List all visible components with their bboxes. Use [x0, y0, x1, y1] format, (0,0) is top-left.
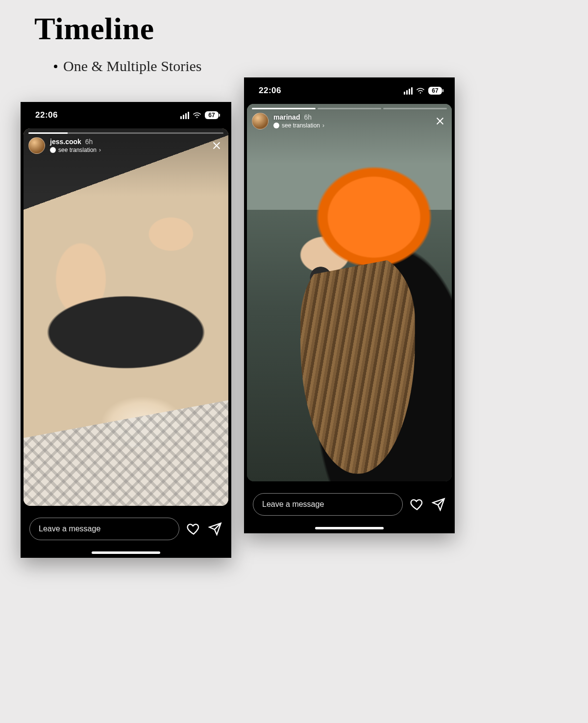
close-icon: [435, 116, 445, 126]
progress-bar: [28, 132, 223, 134]
close-button[interactable]: [433, 114, 447, 128]
status-bar: 22:06 67: [244, 77, 455, 104]
username[interactable]: jess.cook: [50, 138, 81, 146]
story-timestamp: 6h: [85, 138, 93, 146]
cellular-icon: [404, 87, 413, 95]
see-translation-button[interactable]: see translation ›: [273, 122, 324, 129]
status-bar: 22:06 67: [21, 102, 231, 128]
wifi-icon: [416, 87, 425, 94]
avatar[interactable]: [28, 137, 45, 154]
see-translation-button[interactable]: see translation ›: [50, 147, 101, 153]
story-viewport[interactable]: marinad 6h see translation ›: [247, 104, 452, 481]
status-icons: 67: [404, 87, 442, 95]
like-button[interactable]: [186, 522, 201, 536]
page-subtitle: One & Multiple Stories: [54, 58, 201, 75]
status-icons: 67: [180, 111, 219, 119]
battery-icon: 67: [428, 87, 442, 95]
translation-label: see translation: [282, 122, 320, 129]
story-viewport[interactable]: jess.cook 6h see translation ›: [24, 128, 228, 506]
share-button[interactable]: [208, 522, 222, 536]
page-title: Timeline: [34, 11, 154, 47]
share-button[interactable]: [431, 497, 446, 512]
status-time: 22:06: [35, 110, 58, 120]
battery-icon: 67: [205, 111, 219, 119]
wifi-icon: [193, 112, 201, 119]
chevron-right-icon: ›: [322, 122, 324, 129]
send-icon: [208, 522, 222, 536]
story-footer: [21, 509, 231, 558]
progress-fill: [28, 132, 68, 134]
chat-bubble-icon: [273, 123, 279, 128]
avatar[interactable]: [252, 113, 269, 129]
story-timestamp: 6h: [304, 113, 312, 121]
chevron-right-icon: ›: [99, 147, 101, 153]
home-indicator[interactable]: [92, 551, 160, 554]
svg-point-0: [196, 117, 197, 118]
close-button[interactable]: [210, 139, 223, 152]
like-button[interactable]: [410, 497, 424, 512]
cellular-icon: [180, 112, 189, 119]
phone-mockup-multiple-stories: 22:06 67 marinad 6h see translation: [244, 77, 455, 533]
story-footer: [244, 484, 455, 533]
translation-label: see translation: [58, 147, 97, 153]
message-input[interactable]: [29, 518, 179, 540]
send-icon: [432, 498, 445, 511]
message-input[interactable]: [253, 493, 403, 516]
svg-point-1: [420, 92, 421, 93]
username[interactable]: marinad: [273, 113, 300, 121]
heart-icon: [187, 522, 200, 536]
progress-bar: [252, 108, 447, 109]
story-image: [247, 104, 452, 481]
status-time: 22:06: [259, 86, 281, 96]
heart-icon: [410, 498, 424, 511]
story-image: [24, 128, 228, 506]
close-icon: [211, 140, 222, 151]
progress-fill: [252, 108, 316, 109]
chat-bubble-icon: [50, 147, 56, 153]
home-indicator[interactable]: [315, 527, 384, 529]
bullet-icon: [54, 65, 57, 68]
phone-mockup-single-story: 22:06 67 jess.cook 6h see translation ›: [21, 102, 231, 558]
story-header: marinad 6h see translation ›: [252, 113, 447, 129]
story-header: jess.cook 6h see translation ›: [28, 137, 223, 154]
subtitle-text: One & Multiple Stories: [63, 58, 201, 75]
